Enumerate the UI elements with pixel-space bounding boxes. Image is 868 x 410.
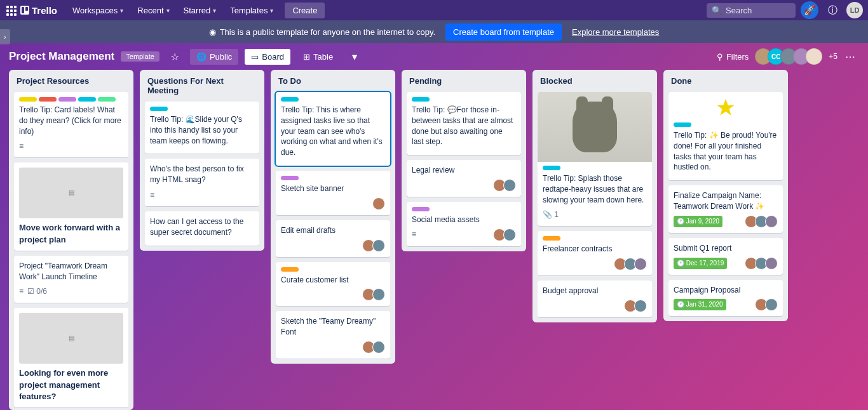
- due-date-badge: 🕐 Dec 17, 2019: [674, 258, 727, 269]
- expand-sidebar-button[interactable]: ›: [0, 29, 10, 44]
- card[interactable]: Legal review: [407, 160, 521, 197]
- list-title[interactable]: Questions For Next Meeting: [145, 75, 259, 96]
- filter-icon: ⚲: [717, 52, 723, 62]
- card-labels: [281, 267, 385, 272]
- label[interactable]: [78, 97, 96, 102]
- label[interactable]: [58, 97, 76, 102]
- label[interactable]: [281, 176, 299, 180]
- table-icon: ⊞: [303, 52, 310, 62]
- card[interactable]: Sketch site banner: [276, 171, 390, 215]
- table-view-button[interactable]: ⊞Table: [297, 49, 339, 65]
- card[interactable]: ▤Looking for even more project managemen…: [14, 308, 128, 407]
- nav-templates[interactable]: Templates▾: [225, 3, 278, 18]
- board-members[interactable]: CC: [759, 48, 822, 65]
- card-text: How can I get access to the super secret…: [150, 216, 254, 238]
- card-members: [496, 179, 516, 192]
- board-canvas[interactable]: Project ResourcesTrello Tip: Card labels…: [0, 70, 868, 410]
- card[interactable]: Budget approval: [538, 281, 652, 317]
- attachment-badge: 📎 1: [543, 209, 559, 220]
- card[interactable]: Trello Tip: 💬For those in-between tasks …: [407, 92, 521, 155]
- card[interactable]: Trello Tip: This is where assigned tasks…: [276, 92, 390, 166]
- view-switcher-icon[interactable]: ▾: [346, 48, 363, 65]
- label[interactable]: [281, 97, 299, 102]
- nav-starred[interactable]: Starred▾: [179, 3, 222, 18]
- card-text: Submit Q1 report: [674, 243, 778, 254]
- more-members[interactable]: +5: [829, 52, 837, 61]
- label[interactable]: [543, 166, 560, 170]
- card[interactable]: Curate customer list: [276, 262, 390, 307]
- label[interactable]: [19, 97, 37, 102]
- card[interactable]: Campaign Proposal🕐 Jan 31, 2020: [668, 280, 783, 317]
- star-icon: [674, 97, 778, 119]
- board-title[interactable]: Project Management: [9, 50, 114, 63]
- checklist-badge: ☑ 0/6: [27, 286, 47, 297]
- member-avatar[interactable]: [634, 300, 647, 312]
- nav-workspaces[interactable]: Workspaces▾: [67, 3, 128, 18]
- nav-recent[interactable]: Recent▾: [132, 3, 174, 18]
- member-avatar[interactable]: [503, 179, 516, 192]
- member-avatar[interactable]: [372, 239, 385, 252]
- search-input[interactable]: [726, 6, 790, 15]
- member-avatar[interactable]: [372, 288, 385, 301]
- member-avatar[interactable]: [765, 215, 778, 228]
- menu-icon[interactable]: ⋯: [841, 48, 859, 65]
- list-title[interactable]: To Do: [276, 75, 390, 87]
- card[interactable]: Trello Tip: ✨ Be proud! You're done! For…: [668, 92, 783, 180]
- create-from-template-button[interactable]: Create board from template: [445, 23, 562, 41]
- card-labels: [674, 122, 778, 127]
- template-badge[interactable]: Template: [121, 51, 159, 62]
- label[interactable]: [543, 236, 560, 241]
- description-icon: ≡: [412, 229, 416, 240]
- card[interactable]: Freelancer contracts: [538, 231, 652, 275]
- card[interactable]: Submit Q1 report🕐 Dec 17, 2019: [668, 238, 783, 275]
- member-avatar[interactable]: [372, 341, 385, 354]
- explore-templates-link[interactable]: Explore more templates: [572, 27, 659, 37]
- card[interactable]: Project "Teamwork Dream Work" Launch Tim…: [14, 256, 128, 303]
- member-avatar[interactable]: [765, 298, 778, 311]
- list: BlockedTrello Tip: Splash those redtape-…: [532, 70, 657, 322]
- card[interactable]: Trello Tip: Card labels! What do they me…: [14, 92, 128, 157]
- card[interactable]: Finalize Campaign Name: Teamwork Dream W…: [668, 185, 783, 233]
- board-view-button[interactable]: ▭Board: [245, 49, 290, 65]
- description-icon: ≡: [19, 286, 24, 297]
- list-title[interactable]: Project Resources: [14, 75, 128, 87]
- star-icon[interactable]: ☆: [166, 48, 184, 65]
- rocket-icon[interactable]: 🚀: [801, 1, 818, 19]
- list: Project ResourcesTrello Tip: Card labels…: [9, 70, 133, 410]
- list-title[interactable]: Done: [668, 75, 783, 87]
- label[interactable]: [674, 122, 691, 127]
- trello-logo[interactable]: Trello: [20, 5, 57, 16]
- card-text: Sketch the "Teamy Dreamy" Font: [281, 316, 385, 338]
- member-avatar[interactable]: [765, 257, 778, 270]
- card-labels: [281, 97, 385, 102]
- card-members: [365, 341, 385, 354]
- card-text: Trello Tip: Card labels! What do they me…: [19, 105, 123, 136]
- label[interactable]: [281, 267, 299, 272]
- label[interactable]: [39, 97, 57, 102]
- label[interactable]: [412, 97, 430, 102]
- label[interactable]: [150, 107, 168, 111]
- list-title[interactable]: Pending: [407, 75, 521, 87]
- card[interactable]: Social media assets≡: [407, 202, 521, 246]
- card[interactable]: Trello Tip: 🌊Slide your Q's into this ha…: [145, 102, 259, 154]
- card[interactable]: Sketch the "Teamy Dreamy" Font: [276, 311, 390, 359]
- card[interactable]: Edit email drafts: [276, 220, 390, 257]
- apps-icon[interactable]: [5, 4, 17, 16]
- member-avatar[interactable]: [503, 228, 516, 241]
- search-box[interactable]: 🔍: [707, 3, 796, 18]
- filters-button[interactable]: ⚲Filters: [710, 49, 755, 65]
- card[interactable]: How can I get access to the super secret…: [145, 211, 259, 246]
- help-icon[interactable]: ⓘ: [824, 1, 841, 19]
- user-avatar[interactable]: LD: [846, 2, 863, 18]
- card-labels: [543, 236, 647, 241]
- label[interactable]: [98, 97, 116, 102]
- member-avatar[interactable]: [634, 258, 647, 270]
- list-title[interactable]: Blocked: [538, 75, 652, 87]
- card[interactable]: Trello Tip: Splash those redtape-heavy i…: [538, 92, 652, 226]
- create-button[interactable]: Create: [285, 3, 325, 18]
- card[interactable]: ▤Move work forward with a project plan: [14, 162, 128, 250]
- member-avatar[interactable]: [372, 197, 385, 210]
- label[interactable]: [412, 207, 430, 211]
- card[interactable]: Who's the best person to fix my HTML sna…: [145, 159, 259, 206]
- visibility-button[interactable]: 🌐Public: [190, 49, 238, 65]
